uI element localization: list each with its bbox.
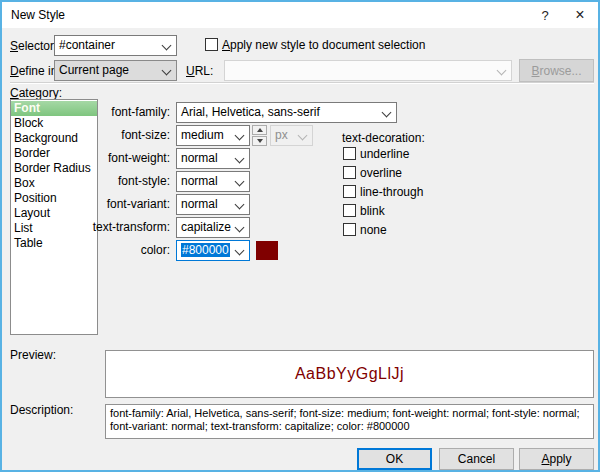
selector-label: Selector: [10, 39, 57, 54]
preview-box: AaBbYyGgLlJj [105, 350, 594, 398]
help-icon[interactable]: ? [530, 4, 560, 26]
selector-value: #container [59, 38, 115, 52]
blink-label: blink [360, 204, 385, 218]
chevron-down-icon [235, 131, 245, 141]
dialog-title: New Style [11, 8, 65, 22]
font-style-value: normal [181, 174, 218, 188]
font-size-label: font-size: [62, 128, 170, 143]
font-size-unit-value: px [275, 128, 288, 142]
font-style-combobox[interactable]: normal [176, 171, 250, 192]
text-decoration-label: text-decoration: [342, 131, 425, 146]
font-family-combobox[interactable]: Arial, Helvetica, sans-serif [176, 102, 397, 123]
chevron-down-icon [162, 41, 172, 51]
browse-button: Browse... [519, 59, 594, 82]
chevron-down-icon [235, 154, 245, 164]
font-family-value: Arial, Helvetica, sans-serif [181, 105, 320, 119]
text-transform-combobox[interactable]: capitalize [176, 217, 250, 238]
font-size-unit-combobox: px [270, 125, 313, 146]
chevron-down-icon [235, 200, 245, 210]
cancel-button[interactable]: Cancel [439, 448, 514, 470]
overline-label: overline [360, 166, 402, 180]
checkbox-icon[interactable] [205, 38, 218, 51]
text-transform-value: capitalize [181, 220, 231, 234]
define-in-combobox[interactable]: Current page [54, 60, 177, 81]
ok-button[interactable]: OK [357, 448, 432, 470]
line-through-checkbox-row[interactable]: line-through [343, 184, 423, 199]
text-transform-label: text-transform: [62, 220, 170, 235]
apply-style-checkbox-row[interactable]: Apply new style to document selection [205, 37, 425, 52]
checkbox-icon[interactable] [343, 223, 356, 236]
chevron-down-icon [235, 246, 245, 256]
ok-button-label: OK [386, 452, 403, 466]
chevron-down-icon [235, 223, 245, 233]
font-style-label: font-style: [62, 174, 170, 189]
font-variant-label: font-variant: [62, 197, 170, 212]
apply-button[interactable]: Apply [519, 448, 594, 470]
url-combobox [224, 60, 512, 81]
chevron-down-icon [382, 108, 392, 118]
title-bar: New Style ? × [2, 2, 598, 28]
font-size-value: medium [181, 128, 224, 142]
browse-button-label: Browse... [531, 64, 581, 78]
color-swatch[interactable] [256, 241, 278, 260]
font-size-combobox[interactable]: medium [176, 125, 250, 146]
font-weight-value: normal [181, 151, 218, 165]
underline-checkbox-row[interactable]: underline [343, 146, 409, 161]
preview-label: Preview: [10, 348, 56, 363]
close-icon[interactable]: × [565, 4, 595, 26]
none-checkbox-row[interactable]: none [343, 222, 387, 237]
chevron-down-icon [162, 66, 172, 76]
new-style-dialog: New Style ? × Selector: #container Apply… [0, 0, 600, 472]
line-through-label: line-through [360, 185, 423, 199]
overline-checkbox-row[interactable]: overline [343, 165, 402, 180]
font-weight-combobox[interactable]: normal [176, 148, 250, 169]
cancel-button-label: Cancel [458, 452, 495, 466]
font-variant-combobox[interactable]: normal [176, 194, 250, 215]
separator [10, 82, 594, 84]
font-size-stepper[interactable] [252, 125, 267, 146]
checkbox-icon[interactable] [343, 166, 356, 179]
define-in-value: Current page [59, 63, 129, 77]
description-box: font-family: Arial, Helvetica, sans-seri… [105, 404, 594, 439]
preview-sample-text: AaBbYyGgLlJj [295, 365, 404, 383]
color-label: color: [62, 243, 170, 258]
blink-checkbox-row[interactable]: blink [343, 203, 385, 218]
underline-label: underline [360, 147, 409, 161]
chevron-down-icon [298, 131, 308, 141]
checkbox-icon[interactable] [343, 185, 356, 198]
checkbox-icon[interactable] [343, 204, 356, 217]
arrow-down-icon [257, 139, 263, 143]
arrow-up-icon [257, 128, 263, 132]
apply-button-label: Apply [541, 452, 571, 466]
chevron-down-icon [497, 66, 507, 76]
font-variant-value: normal [181, 197, 218, 211]
selector-combobox[interactable]: #container [54, 35, 177, 56]
color-combobox[interactable]: #800000 [176, 240, 250, 261]
chevron-down-icon [235, 177, 245, 187]
spinner-down-button[interactable] [252, 136, 267, 146]
color-value: #800000 [181, 243, 230, 257]
description-label: Description: [10, 403, 73, 418]
font-family-label: font-family: [62, 105, 170, 120]
none-label: none [360, 223, 387, 237]
checkbox-icon[interactable] [343, 147, 356, 160]
font-weight-label: font-weight: [62, 151, 170, 166]
url-label: URL: [186, 64, 213, 79]
spinner-up-button[interactable] [252, 125, 267, 135]
apply-style-checkbox-label: Apply new style to document selection [222, 38, 425, 52]
